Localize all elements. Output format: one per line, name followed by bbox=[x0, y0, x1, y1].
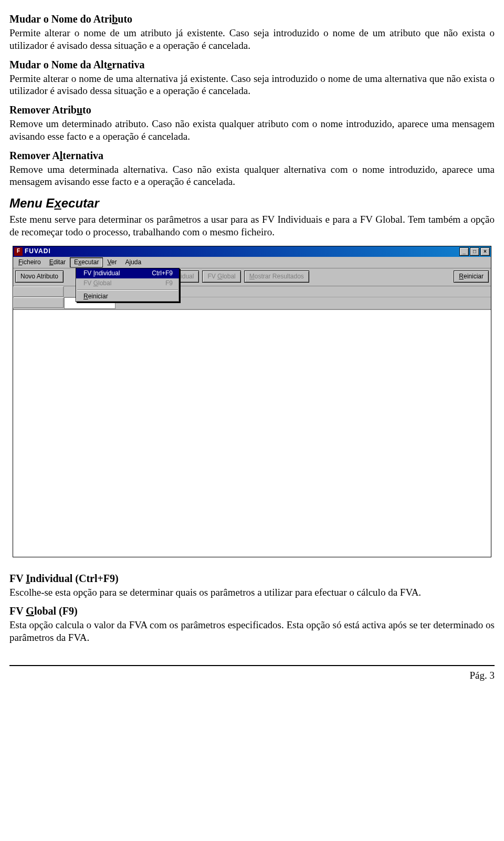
dropdown-executar: FV Individual Ctrl+F9 FV Global F9 Reini… bbox=[76, 268, 180, 302]
heading-remover-alternativa: Remover Alternativa bbox=[9, 149, 495, 162]
window-title: FUVADI bbox=[25, 247, 51, 255]
grid-row-header bbox=[13, 297, 64, 308]
body-fv-individual: Escolhe-se esta opção para se determinar… bbox=[9, 586, 495, 599]
accel-fv-individual: Ctrl+F9 bbox=[152, 269, 173, 277]
heading-mudar-atributo: Mudar o Nome do Atributo bbox=[9, 13, 495, 26]
close-button[interactable]: × bbox=[480, 247, 490, 256]
body-menu-executar: Este menu serve para determinar os parâm… bbox=[9, 213, 495, 238]
app-window: F FUVADI _ □ × Ficheiro Editar Executar … bbox=[13, 246, 491, 557]
app-icon: F bbox=[14, 247, 23, 256]
menu-executar[interactable]: Executar bbox=[70, 257, 103, 267]
heading-menu-executar: Menu Executar bbox=[9, 195, 495, 211]
body-remover-atributo: Remove um determinado atributo. Caso não… bbox=[9, 118, 495, 143]
menu-ajuda[interactable]: Ajuda bbox=[121, 257, 145, 267]
dropdown-item-fv-individual[interactable]: FV Individual Ctrl+F9 bbox=[76, 268, 179, 278]
toolbar-novo-atributo[interactable]: Novo Atributo bbox=[15, 271, 64, 283]
heading-fv-global: FV Global (F9) bbox=[9, 605, 495, 618]
heading-remover-atributo: Remover Atributo bbox=[9, 103, 495, 117]
toolbar-reiniciar[interactable]: Reiniciar bbox=[454, 271, 489, 283]
body-remover-alternativa: Remove uma determinada alternativa. Caso… bbox=[9, 163, 495, 189]
accel-fv-global: F9 bbox=[165, 279, 173, 287]
body-mudar-alternativa: Permite alterar o nome de uma alternativ… bbox=[9, 72, 495, 98]
toolbar-mostrar-resultados[interactable]: Mostrar Resultados bbox=[244, 271, 309, 283]
dropdown-item-reiniciar[interactable]: Reiniciar bbox=[76, 292, 179, 302]
menu-editar[interactable]: Editar bbox=[45, 257, 70, 267]
maximize-button[interactable]: □ bbox=[470, 247, 479, 256]
dropdown-separator bbox=[77, 289, 178, 290]
grid-corner-cell bbox=[13, 286, 64, 297]
minimize-button[interactable]: _ bbox=[459, 247, 469, 256]
menu-ficheiro[interactable]: Ficheiro bbox=[14, 257, 45, 267]
heading-mudar-alternativa: Mudar o Nome da Alternativa bbox=[9, 58, 495, 71]
body-fv-global: Esta opção calcula o valor da FVA com os… bbox=[9, 619, 495, 644]
heading-fv-individual: FV Individual (Ctrl+F9) bbox=[9, 572, 495, 585]
footer-rule bbox=[9, 665, 495, 666]
menu-ver[interactable]: Ver bbox=[103, 257, 121, 267]
body-mudar-atributo: Permite alterar o nome de um atributo já… bbox=[9, 27, 495, 52]
toolbar: Novo Atributo vidual FV Global Mostrar R… bbox=[13, 268, 491, 286]
page-number: Pág. 3 bbox=[9, 669, 495, 682]
dropdown-item-fv-global[interactable]: FV Global F9 bbox=[76, 278, 179, 288]
menubar: Ficheiro Editar Executar Ver Ajuda bbox=[13, 257, 491, 268]
toolbar-fv-global[interactable]: FV Global bbox=[202, 271, 240, 283]
client-area bbox=[13, 309, 491, 557]
titlebar: F FUVADI _ □ × bbox=[13, 246, 491, 257]
